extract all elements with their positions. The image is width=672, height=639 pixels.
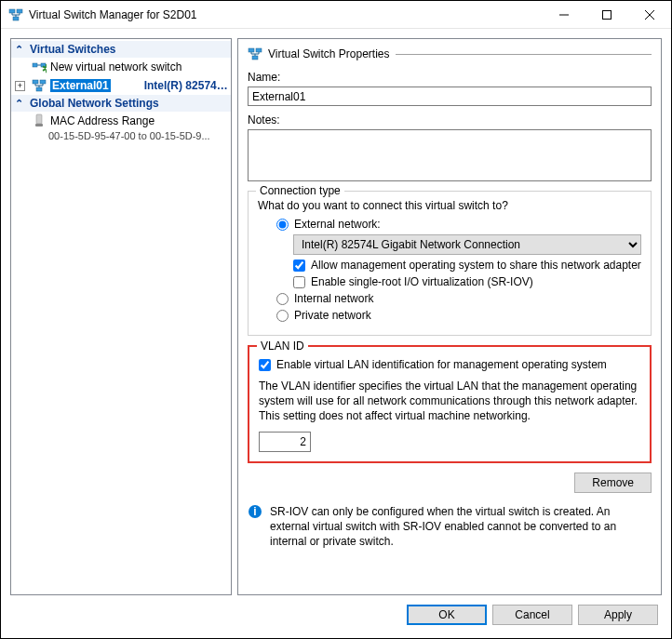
internal-radio[interactable]: [276, 293, 289, 305]
notes-input[interactable]: [248, 129, 652, 181]
vlan-description: The VLAN identifier specifies the virtua…: [259, 379, 640, 424]
vlan-id-input[interactable]: [259, 432, 311, 452]
window-controls: [543, 1, 671, 29]
svg-rect-0: [9, 9, 15, 13]
mac-range-icon: [32, 113, 47, 128]
properties-header: Virtual Switch Properties: [268, 47, 390, 60]
external-network-radio-row[interactable]: External network:: [258, 218, 641, 231]
panes: ⌃ Virtual Switches ✲ New virtual network…: [10, 38, 662, 595]
allow-mgmt-label: Allow management operating system to sha…: [311, 259, 641, 272]
switch-icon: [32, 78, 47, 93]
tree-selected-label: External01: [50, 79, 111, 92]
vlan-enable-checkbox[interactable]: [259, 359, 271, 371]
vlan-legend: VLAN ID: [257, 339, 308, 353]
tree-item-label: MAC Address Range: [50, 114, 155, 127]
sriov-info-row: i SR-IOV can only be configured when the…: [248, 504, 652, 550]
svg-rect-16: [40, 80, 46, 84]
tree-header-virtual-switches[interactable]: ⌃ Virtual Switches: [11, 41, 231, 58]
dialog-buttons: OK Cancel Apply: [10, 595, 662, 629]
svg-rect-23: [35, 124, 43, 126]
tree-pane: ⌃ Virtual Switches ✲ New virtual network…: [10, 38, 232, 595]
app-icon: [8, 7, 23, 22]
external-label: External network:: [294, 218, 381, 231]
collapse-icon: ⌃: [15, 98, 26, 110]
private-radio[interactable]: [276, 310, 289, 322]
svg-rect-17: [36, 87, 42, 91]
svg-rect-11: [33, 63, 37, 67]
ok-button[interactable]: OK: [407, 605, 487, 625]
remove-button[interactable]: Remove: [574, 473, 652, 493]
connection-type-legend: Connection type: [256, 184, 344, 197]
tree-header-global-settings[interactable]: ⌃ Global Network Settings: [11, 95, 231, 112]
notes-label: Notes:: [248, 113, 652, 126]
window-title: Virtual Switch Manager for S2D01: [29, 8, 543, 21]
new-switch-icon: ✲: [32, 60, 47, 74]
adapter-select[interactable]: Intel(R) 82574L Gigabit Network Connecti…: [293, 234, 641, 255]
sriov-info-text: SR-IOV can only be configured when the v…: [270, 504, 652, 550]
external-radio[interactable]: [276, 219, 289, 231]
vlan-enable-label: Enable virtual LAN identification for ma…: [276, 358, 607, 371]
tree-item-external01[interactable]: + External01 Intel(R) 82574L Gigabit: [11, 76, 231, 95]
minimize-button[interactable]: [543, 1, 585, 29]
allow-mgmt-checkbox[interactable]: [293, 260, 305, 272]
svg-rect-1: [17, 9, 22, 13]
info-icon: i: [248, 504, 262, 519]
private-label: Private network: [294, 309, 371, 322]
svg-rect-2: [13, 17, 19, 20]
connection-type-question: What do you want to connect this virtual…: [258, 199, 641, 212]
connection-type-fieldset: Connection type What do you want to conn…: [248, 191, 652, 336]
svg-text:i: i: [253, 505, 256, 518]
vlan-fieldset: VLAN ID Enable virtual LAN identificatio…: [248, 345, 652, 463]
sriov-checkbox[interactable]: [293, 276, 305, 288]
section-header: Virtual Switch Properties: [248, 47, 652, 61]
name-input[interactable]: [248, 87, 652, 106]
cancel-button[interactable]: Cancel: [492, 605, 572, 625]
svg-rect-22: [36, 114, 42, 124]
name-label: Name:: [248, 71, 652, 84]
allow-mgmt-row[interactable]: Allow management operating system to sha…: [258, 259, 641, 272]
switch-icon: [248, 47, 262, 61]
svg-rect-15: [33, 80, 38, 84]
collapse-icon: ⌃: [15, 44, 26, 56]
svg-rect-25: [256, 48, 262, 52]
window: Virtual Switch Manager for S2D01 ⌃ Virtu…: [0, 0, 672, 639]
svg-rect-26: [252, 56, 258, 60]
tree-selected-adapter: Intel(R) 82574L Gigabit Netwo...: [111, 79, 231, 92]
titlebar: Virtual Switch Manager for S2D01: [1, 1, 671, 29]
tree-header-label: Virtual Switches: [30, 43, 115, 56]
svg-rect-8: [603, 10, 612, 19]
svg-rect-24: [249, 48, 254, 52]
tree-mac-range-detail: 00-15-5D-95-47-00 to 00-15-5D-9...: [11, 130, 231, 141]
tree-item-label: New virtual network switch: [50, 60, 181, 73]
vlan-enable-row[interactable]: Enable virtual LAN identification for ma…: [259, 358, 640, 371]
internal-label: Internal network: [294, 292, 373, 305]
sriov-label: Enable single-root I/O virtualization (S…: [311, 275, 533, 288]
maximize-button[interactable]: [585, 1, 628, 29]
expander-icon[interactable]: +: [15, 81, 25, 91]
sriov-row[interactable]: Enable single-root I/O virtualization (S…: [258, 275, 641, 288]
tree-item-new-switch[interactable]: ✲ New virtual network switch: [11, 58, 231, 76]
tree-item-mac-range[interactable]: MAC Address Range: [11, 112, 231, 130]
tree-header-label: Global Network Settings: [30, 97, 159, 110]
close-button[interactable]: [628, 1, 671, 29]
private-network-radio-row[interactable]: Private network: [258, 309, 641, 322]
detail-pane: Virtual Switch Properties Name: Notes: C…: [237, 38, 662, 595]
content: ⌃ Virtual Switches ✲ New virtual network…: [1, 29, 671, 638]
svg-text:✲: ✲: [42, 62, 47, 74]
internal-network-radio-row[interactable]: Internal network: [258, 292, 641, 305]
apply-button[interactable]: Apply: [578, 605, 658, 625]
